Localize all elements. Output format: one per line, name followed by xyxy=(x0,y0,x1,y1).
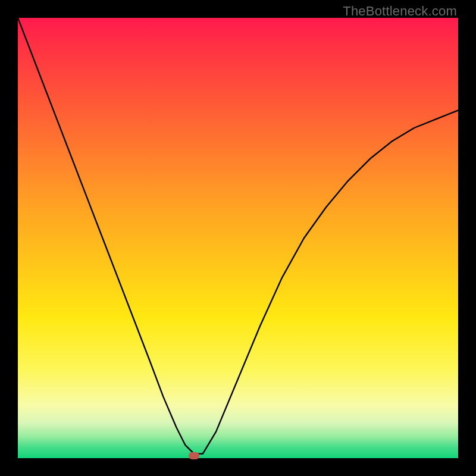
chart-frame: TheBottleneck.com xyxy=(0,0,476,476)
bottleneck-curve xyxy=(18,18,458,458)
watermark-text: TheBottleneck.com xyxy=(343,4,457,19)
plot-area xyxy=(18,18,458,458)
optimum-marker xyxy=(189,452,199,459)
